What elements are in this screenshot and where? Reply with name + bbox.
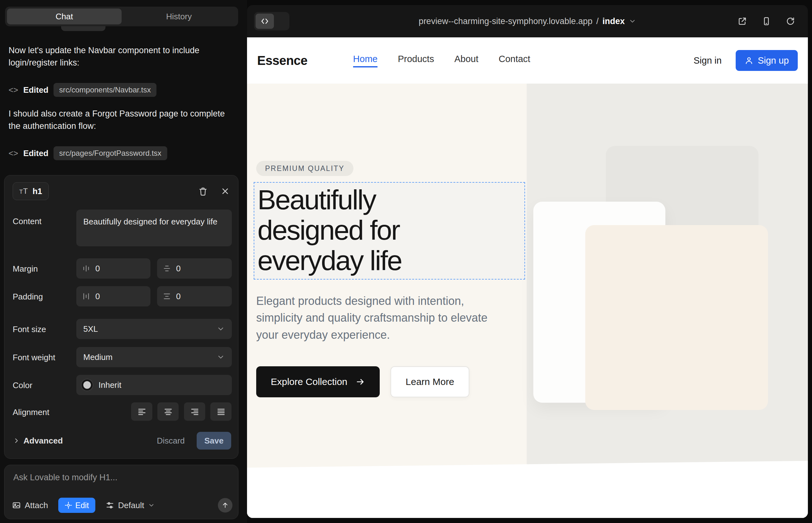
element-editor-panel: TT h1 Content Beautifully designed for e… [4, 175, 239, 459]
nav-link-about[interactable]: About [455, 54, 478, 68]
margin-horizontal-input[interactable] [175, 264, 226, 274]
discard-button[interactable]: Discard [157, 436, 184, 446]
hero-bottom-curve [247, 460, 808, 518]
site-preview: Essence Home Products About Contact Sign… [247, 37, 808, 518]
learn-more-button[interactable]: Learn More [390, 366, 469, 397]
image-icon [12, 501, 21, 510]
align-justify-button[interactable] [210, 402, 231, 421]
explore-collection-button[interactable]: Explore Collection [256, 366, 380, 397]
font-size-label: Font size [13, 325, 46, 334]
margin-vertical-icon [82, 264, 90, 273]
chat-message: I should also create a Forgot Password p… [8, 108, 232, 132]
content-label: Content [13, 217, 41, 227]
nav-link-contact[interactable]: Contact [498, 54, 530, 68]
margin-vertical-input[interactable] [95, 264, 145, 274]
composer-input[interactable] [13, 472, 229, 492]
content-field[interactable]: Beautifully designed for everyday life [76, 210, 232, 246]
chat-message: Now let's update the Navbar component to… [8, 44, 232, 69]
edited-file-row: <> Edited src/pages/ForgotPassword.tsx [8, 146, 167, 160]
font-weight-select[interactable]: Medium [76, 347, 232, 367]
code-icon: <> [8, 85, 18, 95]
chevron-right-icon [13, 437, 20, 445]
nav-link-products[interactable]: Products [398, 54, 434, 68]
align-justify-icon [216, 407, 226, 416]
color-swatch [82, 379, 93, 391]
h1-selection-outline[interactable]: Beautifully designed for everyday life [254, 182, 525, 279]
nav-link-home[interactable]: Home [353, 54, 377, 68]
sign-in-link[interactable]: Sign in [693, 55, 722, 66]
padding-label: Padding [13, 292, 43, 302]
attach-label: Attach [25, 501, 48, 510]
arrow-up-icon [222, 502, 229, 509]
refresh-button[interactable] [786, 16, 795, 26]
content-input[interactable]: Beautifully designed for everyday life [76, 210, 232, 246]
url-breadcrumb[interactable]: preview--charming-site-symphony.lovable.… [419, 16, 636, 26]
margin-label: Margin [13, 264, 38, 274]
advanced-toggle[interactable]: Advanced [13, 436, 63, 446]
site-navbar: Essence Home Products About Contact Sign… [247, 37, 808, 84]
tab-history[interactable]: History [122, 8, 236, 24]
text-type-icon: TT [19, 187, 28, 196]
user-icon [744, 56, 754, 65]
open-in-new-tab-button[interactable] [738, 16, 747, 26]
color-value: Inherit [99, 380, 121, 390]
send-button[interactable] [218, 498, 232, 512]
padding-horizontal-input[interactable] [175, 291, 226, 302]
align-center-button[interactable] [157, 402, 179, 421]
padding-vertical-icon [82, 292, 90, 301]
chevron-down-icon [217, 353, 225, 361]
alignment-label: Alignment [13, 408, 49, 417]
site-brand[interactable]: Essence [257, 54, 307, 68]
color-select[interactable]: Inherit [76, 375, 232, 395]
chat-composer: Attach Edit Default [4, 465, 239, 519]
code-view-toggle[interactable] [254, 12, 289, 30]
code-icon: <> [8, 148, 18, 158]
composer-toolbar: Attach Edit Default [12, 497, 232, 513]
edited-file-row: <> Edited src/components/Navbar.tsx [8, 83, 156, 97]
attach-button[interactable]: Attach [12, 501, 48, 510]
file-badge[interactable]: src/pages/ForgotPassword.tsx [54, 146, 167, 160]
site-nav-actions: Sign in Sign up [693, 50, 798, 71]
padding-vertical-input[interactable] [95, 291, 145, 302]
mobile-view-button[interactable] [762, 16, 771, 26]
margin-vertical-field[interactable] [76, 258, 151, 278]
edit-mode-button[interactable]: Edit [58, 498, 95, 513]
padding-horizontal-field[interactable] [157, 286, 232, 306]
explore-collection-label: Explore Collection [271, 376, 348, 387]
url-host: preview--charming-site-symphony.lovable.… [419, 16, 593, 26]
site-nav-links: Home Products About Contact [353, 54, 530, 68]
chat-sidebar: Chat History Now let's update the Navbar… [0, 0, 247, 523]
margin-horizontal-field[interactable] [157, 258, 232, 278]
align-right-button[interactable] [184, 402, 205, 421]
font-size-select[interactable]: 5XL [76, 319, 232, 339]
default-mode-button[interactable]: Default [105, 501, 155, 510]
hero-cta-row: Explore Collection Learn More [256, 366, 469, 397]
align-left-button[interactable] [131, 402, 152, 421]
chevron-down-icon [629, 17, 636, 25]
chevron-down-icon [217, 325, 225, 333]
delete-element-button[interactable] [198, 186, 208, 196]
select-element-icon [65, 502, 72, 509]
decor-beige-card [585, 225, 768, 410]
align-left-icon [137, 407, 147, 416]
save-button[interactable]: Save [197, 432, 231, 450]
editor-footer: Advanced Discard Save [13, 431, 231, 450]
font-weight-label: Font weight [13, 353, 55, 362]
element-tag-chip[interactable]: TT h1 [13, 182, 49, 200]
align-center-icon [163, 407, 173, 416]
file-badge[interactable]: src/components/Navbar.tsx [54, 83, 156, 97]
sliders-icon [105, 501, 114, 510]
padding-vertical-field[interactable] [76, 286, 151, 306]
arrow-right-icon [356, 377, 365, 386]
close-icon[interactable] [220, 186, 230, 196]
advanced-label: Advanced [23, 436, 63, 446]
url-page: index [602, 16, 625, 26]
color-label: Color [13, 381, 32, 390]
hero-heading[interactable]: Beautifully designed for everyday life [254, 183, 479, 276]
sign-up-button[interactable]: Sign up [736, 50, 798, 71]
hero-section: PREMIUM QUALITY Beautifully designed for… [247, 84, 808, 468]
hero-paragraph: Elegant products designed with intention… [256, 292, 510, 343]
tab-chat[interactable]: Chat [7, 8, 122, 24]
margin-horizontal-icon [163, 264, 171, 273]
padding-horizontal-icon [163, 292, 171, 301]
